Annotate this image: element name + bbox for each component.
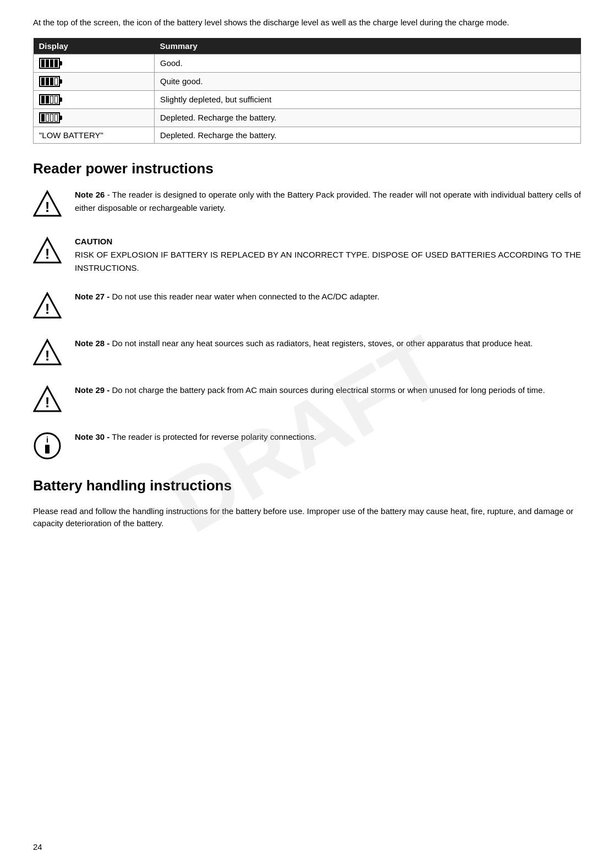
battery-status-table: Display Summary	[33, 38, 581, 144]
svg-text:i: i	[46, 435, 48, 444]
intro-paragraph: At the top of the screen, the icon of th…	[33, 17, 581, 29]
note-29-row: ! Note 29 - Do not charge the battery pa…	[33, 384, 581, 415]
table-row: Good.	[34, 54, 581, 72]
table-row: "LOW BATTERY" Depleted. Recharge the bat…	[34, 127, 581, 143]
table-summary-depleted-1: Depleted. Recharge the battery.	[155, 108, 581, 127]
warning-icon-caution: !	[33, 236, 66, 266]
note-26-row: ! Note 26 - The reader is designed to op…	[33, 188, 581, 220]
note-28-text: Note 28 - Do not install near any heat s…	[75, 337, 581, 350]
caution-label: CAUTION	[75, 237, 112, 246]
svg-text:!: !	[45, 347, 50, 364]
warning-icon-29: !	[33, 385, 66, 415]
note-28-row: ! Note 28 - Do not install near any heat…	[33, 337, 581, 368]
warning-icon-26: !	[33, 189, 66, 220]
note-27-label: Note 27 -	[75, 292, 109, 301]
warning-icon-28: !	[33, 338, 66, 368]
note-29-text: Note 29 - Do not charge the battery pack…	[75, 384, 581, 397]
svg-text:!: !	[45, 301, 50, 317]
caution-row: ! CAUTION RISK OF EXPLOSION IF BATTERY I…	[33, 235, 581, 275]
note-27-text: Note 27 - Do not use this reader near wa…	[75, 290, 581, 303]
note-29-label: Note 29 -	[75, 385, 109, 395]
svg-text:!: !	[45, 394, 50, 411]
battery-display-low-text: "LOW BATTERY"	[34, 127, 155, 143]
battery-display-half	[34, 90, 155, 108]
note-30-label: Note 30 -	[75, 432, 109, 441]
battery-display-threequarter	[34, 72, 155, 90]
info-icon-30: i	[33, 432, 66, 462]
table-row: Quite good.	[34, 72, 581, 90]
note-30-text: Note 30 - The reader is protected for re…	[75, 430, 581, 444]
table-summary-good: Good.	[155, 54, 581, 72]
note-26-label: Note 26	[75, 190, 105, 199]
table-summary-slightly-depleted: Slightly depleted, but sufficient	[155, 90, 581, 108]
caution-text: CAUTION RISK OF EXPLOSION IF BATTERY IS …	[75, 235, 581, 275]
table-header-display: Display	[34, 38, 155, 54]
svg-text:!: !	[45, 245, 50, 262]
battery-display-full	[34, 54, 155, 72]
note-27-row: ! Note 27 - Do not use this reader near …	[33, 290, 581, 321]
svg-rect-12	[45, 445, 50, 454]
table-summary-depleted-2: Depleted. Recharge the battery.	[155, 127, 581, 143]
battery-section-heading: Battery handling instructions	[33, 477, 581, 494]
note-28-label: Note 28 -	[75, 339, 109, 348]
reader-section-heading: Reader power instructions	[33, 160, 581, 177]
note-30-row: i Note 30 - The reader is protected for …	[33, 430, 581, 462]
note-26-text: Note 26 - The reader is designed to oper…	[75, 188, 581, 215]
warning-icon-27: !	[33, 291, 66, 321]
table-summary-quite-good: Quite good.	[155, 72, 581, 90]
table-row: Slightly depleted, but sufficient	[34, 90, 581, 108]
table-row: Depleted. Recharge the battery.	[34, 108, 581, 127]
battery-section-text: Please read and follow the handling inst…	[33, 505, 581, 530]
battery-display-quarter	[34, 108, 155, 127]
page-number: 24	[33, 842, 42, 851]
table-header-summary: Summary	[155, 38, 581, 54]
svg-text:!: !	[45, 199, 50, 215]
